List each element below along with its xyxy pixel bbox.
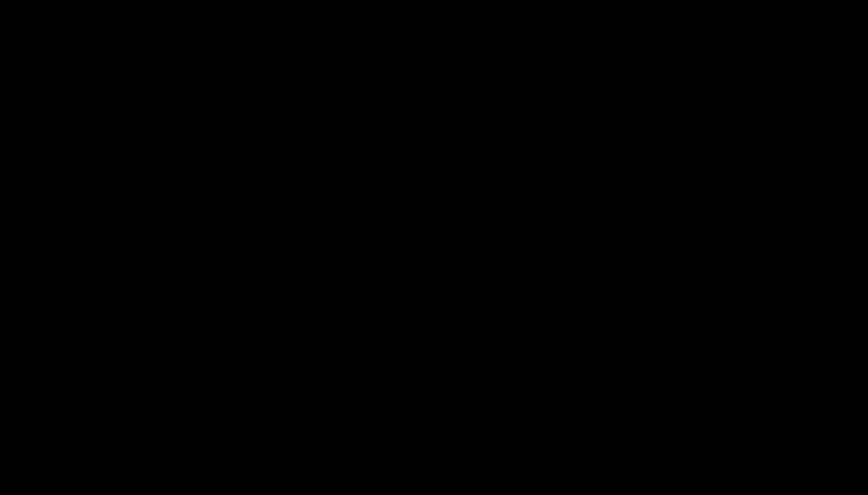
connector-lines bbox=[0, 0, 868, 18]
org-chart bbox=[0, 0, 868, 18]
